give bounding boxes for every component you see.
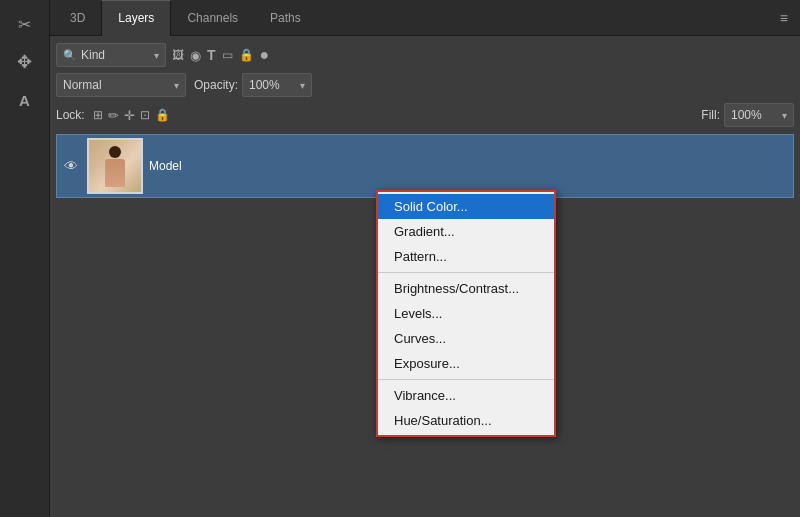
person-head — [109, 146, 121, 158]
filter-circle-icon[interactable]: ◉ — [190, 48, 201, 63]
filter-shape-icon[interactable]: ▭ — [222, 48, 233, 62]
layers-panel: 🔍 Kind ▾ 🖼 ◉ T ▭ 🔒 ● Normal ▾ Opacity: — [50, 36, 800, 517]
tab-channels[interactable]: Channels — [171, 0, 254, 36]
lock-label: Lock: — [56, 108, 85, 122]
scissor-tool-icon[interactable]: ✂ — [9, 8, 41, 40]
filter-type-icon[interactable]: T — [207, 47, 216, 63]
lock-paint-icon[interactable]: ✏ — [108, 108, 119, 123]
layer-thumbnail — [87, 138, 143, 194]
menu-item-hue-saturation[interactable]: Hue/Saturation... — [378, 408, 554, 433]
move-tool-icon[interactable]: ✥ — [9, 46, 41, 78]
menu-item-levels[interactable]: Levels... — [378, 301, 554, 326]
fill-label: Fill: — [701, 108, 720, 122]
context-menu: Solid Color... Gradient... Pattern... Br… — [376, 190, 556, 437]
lock-position-icon[interactable]: ✛ — [124, 108, 135, 123]
main-panel: 3D Layers Channels Paths ≡ 🔍 Kind ▾ 🖼 ◉ … — [50, 0, 800, 517]
filter-icons: 🖼 ◉ T ▭ 🔒 ● — [172, 46, 269, 64]
kind-dropdown[interactable]: 🔍 Kind ▾ — [56, 43, 166, 67]
fill-section: Fill: 100% ▾ — [701, 103, 794, 127]
menu-item-gradient[interactable]: Gradient... — [378, 219, 554, 244]
blend-opacity-row: Normal ▾ Opacity: 100% ▾ — [56, 72, 794, 98]
panel-menu-button[interactable]: ≡ — [776, 6, 792, 30]
left-toolbar: ✂ ✥ A — [0, 0, 50, 517]
type-tool-icon[interactable]: A — [9, 84, 41, 116]
layer-list: 👁 Model Solid Color... Gra — [56, 134, 794, 511]
tab-layers[interactable]: Layers — [101, 0, 171, 36]
kind-row: 🔍 Kind ▾ 🖼 ◉ T ▭ 🔒 ● — [56, 42, 794, 68]
layer-visibility-icon[interactable]: 👁 — [61, 156, 81, 176]
lock-fill-row: Lock: ⊞ ✏ ✛ ⊡ 🔒 Fill: 100% ▾ — [56, 102, 794, 128]
person-figure — [105, 146, 125, 187]
filter-image-icon[interactable]: 🖼 — [172, 48, 184, 62]
menu-item-exposure[interactable]: Exposure... — [378, 351, 554, 376]
menu-item-vibrance[interactable]: Vibrance... — [378, 383, 554, 408]
opacity-section: Opacity: 100% ▾ — [194, 73, 312, 97]
menu-separator-1 — [378, 272, 554, 273]
tab-3d[interactable]: 3D — [54, 0, 101, 36]
blend-mode-dropdown[interactable]: Normal ▾ — [56, 73, 186, 97]
filter-dot-icon[interactable]: ● — [260, 46, 270, 64]
menu-item-brightness-contrast[interactable]: Brightness/Contrast... — [378, 276, 554, 301]
menu-separator-2 — [378, 379, 554, 380]
opacity-chevron-icon: ▾ — [300, 80, 305, 91]
fill-input[interactable]: 100% ▾ — [724, 103, 794, 127]
fill-chevron-icon: ▾ — [782, 110, 787, 121]
menu-item-curves[interactable]: Curves... — [378, 326, 554, 351]
menu-item-pattern[interactable]: Pattern... — [378, 244, 554, 269]
lock-transparency-icon[interactable]: ⊞ — [93, 108, 103, 122]
opacity-input[interactable]: 100% ▾ — [242, 73, 312, 97]
layer-item-model[interactable]: 👁 Model — [56, 134, 794, 198]
menu-item-solid-color[interactable]: Solid Color... — [378, 194, 554, 219]
lock-icons: ⊞ ✏ ✛ ⊡ 🔒 — [93, 108, 170, 123]
kind-chevron-icon: ▾ — [154, 50, 159, 61]
layer-name: Model — [149, 159, 789, 173]
lock-artboard-icon[interactable]: ⊡ — [140, 108, 150, 122]
lock-all-icon[interactable]: 🔒 — [155, 108, 170, 122]
search-icon: 🔍 — [63, 49, 77, 62]
tab-bar: 3D Layers Channels Paths ≡ — [50, 0, 800, 36]
filter-lock-icon[interactable]: 🔒 — [239, 48, 254, 62]
opacity-label: Opacity: — [194, 78, 238, 92]
blend-chevron-icon: ▾ — [174, 80, 179, 91]
tab-paths[interactable]: Paths — [254, 0, 317, 36]
person-body — [105, 159, 125, 187]
